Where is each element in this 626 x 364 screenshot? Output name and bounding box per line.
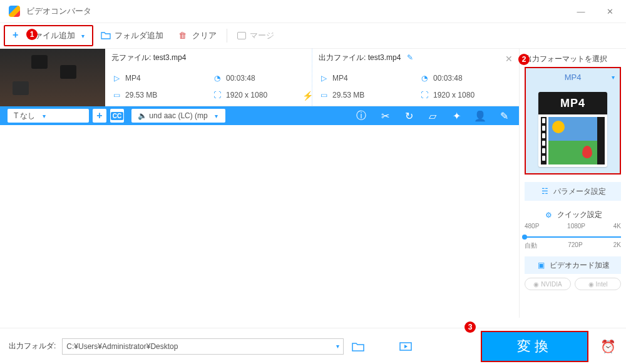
out-format: ▷MP4 [319, 71, 412, 84]
folder-size-icon: ▭ [111, 91, 121, 99]
clock-icon: ◔ [212, 74, 222, 83]
rotate-tool-button[interactable]: ↻ [398, 106, 420, 125]
effects-tool-button[interactable]: ✦ [445, 106, 468, 125]
batch-folder-button[interactable] [398, 338, 414, 355]
app-logo-icon [9, 6, 20, 17]
chevron-down-icon[interactable]: ▾ [81, 33, 85, 39]
minimize-button[interactable]: — [573, 7, 588, 16]
format-panel: 出力フォーマットを選択 MP4 ▾ MP4 2 ☵ パラメータ設定 ⚙クイック設… [520, 49, 626, 318]
add-folder-button[interactable]: フォルダ追加 [93, 26, 171, 45]
format-selector[interactable]: MP4 ▾ MP4 [525, 67, 621, 174]
remove-file-button[interactable]: ✕ [505, 54, 513, 64]
callout-badge-1: 1 [26, 29, 38, 40]
src-resolution: ⛶1920 x 1080 [212, 89, 305, 102]
dimensions-icon: ⛶ [419, 91, 429, 99]
resolution-slider[interactable]: 480P 1080P 4K 自動 720P 2K [525, 223, 621, 250]
chevron-down-icon: ▾ [41, 113, 49, 119]
audio-track-select[interactable]: 🔈 und aac (LC) (mp ▾ [131, 109, 225, 123]
src-duration: ◔00:03:48 [212, 71, 305, 84]
cut-tool-button[interactable]: ✂ [374, 106, 396, 125]
callout-badge-3: 3 [464, 321, 476, 333]
chevron-down-icon: ▾ [214, 113, 222, 119]
edit-name-icon[interactable]: ✎ [407, 53, 413, 62]
play-icon: ▷ [111, 74, 121, 83]
open-folder-button[interactable] [350, 338, 366, 355]
info-tool-button[interactable]: ⓘ [350, 106, 372, 125]
chip-icon: ▣ [536, 261, 546, 270]
cc-button[interactable]: CC [110, 109, 124, 123]
speaker-icon: 🔈 [138, 111, 147, 120]
source-file-title: 元ファイル: test3.mp4 [111, 53, 305, 68]
convert-button[interactable]: 変換 [481, 331, 588, 362]
add-file-button[interactable]: ファイル追加 ▾ [4, 25, 93, 46]
folder-icon [101, 31, 111, 41]
plus-icon [13, 31, 23, 41]
schedule-button[interactable]: ⏰ [598, 337, 617, 356]
watermark-tool-button[interactable]: 👤 [469, 106, 491, 125]
selected-format-label: MP4 [565, 73, 582, 82]
video-thumbnail[interactable] [0, 49, 105, 106]
merge-label: マージ [250, 30, 274, 41]
out-size: ▭29.53 MB [319, 89, 412, 102]
hw-accel-button[interactable]: ▣ ビデオカード加速 [525, 256, 621, 274]
out-resolution: ⛶1920 x 1080 [419, 89, 513, 102]
bolt-icon: ⚡ [302, 91, 313, 101]
plus-icon [96, 111, 102, 121]
cc-icon: CC [111, 112, 123, 120]
toolbar: ファイル追加 ▾ フォルダ追加 クリア マージ [0, 23, 626, 49]
file-row[interactable]: 元ファイル: test3.mp4 ▷MP4 ◔00:03:48 ▭29.53 M… [0, 49, 519, 106]
film-label: MP4 [538, 92, 607, 114]
play-icon: ▷ [319, 74, 329, 83]
sliders-icon: ☵ [540, 187, 550, 196]
intel-chip: ◉ Intel [575, 278, 621, 290]
add-subtitle-button[interactable] [93, 109, 106, 123]
crop-tool-button[interactable]: ▱ [421, 106, 444, 125]
subtitle-tool-button[interactable]: ✎ [493, 106, 515, 125]
chevron-down-icon[interactable]: ▾ [336, 343, 339, 350]
app-title: ビデオコンバータ [26, 6, 91, 17]
add-folder-label: フォルダ追加 [115, 30, 163, 41]
format-preview: MP4 [526, 86, 620, 173]
folder-size-icon: ▭ [319, 91, 329, 99]
toolbar-separator [227, 29, 227, 43]
clear-label: クリア [192, 30, 217, 41]
dimensions-icon: ⛶ [212, 91, 222, 99]
gear-icon: ⚙ [543, 211, 553, 220]
src-size: ▭29.53 MB [111, 89, 205, 102]
nvidia-chip: ◉ NVIDIA [525, 278, 571, 290]
output-file-title: 出力ファイル: test3.mp4 ✎ [319, 53, 513, 68]
subtitle-select[interactable]: T なし ▾ [8, 109, 89, 123]
trash-icon [178, 31, 188, 41]
merge-button[interactable]: マージ [230, 26, 282, 45]
output-folder-label: 出力フォルダ: [9, 341, 56, 351]
output-path-input[interactable]: C:¥Users¥Administrator¥Desktop ▾ [62, 338, 344, 355]
clock-icon: ◔ [419, 74, 429, 83]
clear-button[interactable]: クリア [171, 26, 224, 45]
close-button[interactable]: ✕ [602, 7, 617, 16]
out-duration: ◔00:03:48 [419, 71, 513, 84]
format-header: 出力フォーマットを選択 [525, 54, 621, 64]
title-bar: ビデオコンバータ — ✕ [0, 0, 626, 23]
chevron-down-icon[interactable]: ▾ [612, 74, 615, 81]
footer: 出力フォルダ: C:¥Users¥Administrator¥Desktop ▾… [0, 328, 626, 364]
parameter-settings-button[interactable]: ☵ パラメータ設定 [525, 182, 621, 201]
edit-strip: T なし ▾ CC 🔈 und aac (LC) (mp ▾ ⓘ ✂ ↻ ▱ ✦… [0, 106, 519, 125]
merge-icon [237, 32, 246, 39]
quick-settings: ⚙クイック設定 480P 1080P 4K 自動 720P 2K [525, 210, 621, 250]
src-format: ▷MP4 [111, 71, 205, 84]
callout-badge-2: 2 [518, 54, 530, 65]
